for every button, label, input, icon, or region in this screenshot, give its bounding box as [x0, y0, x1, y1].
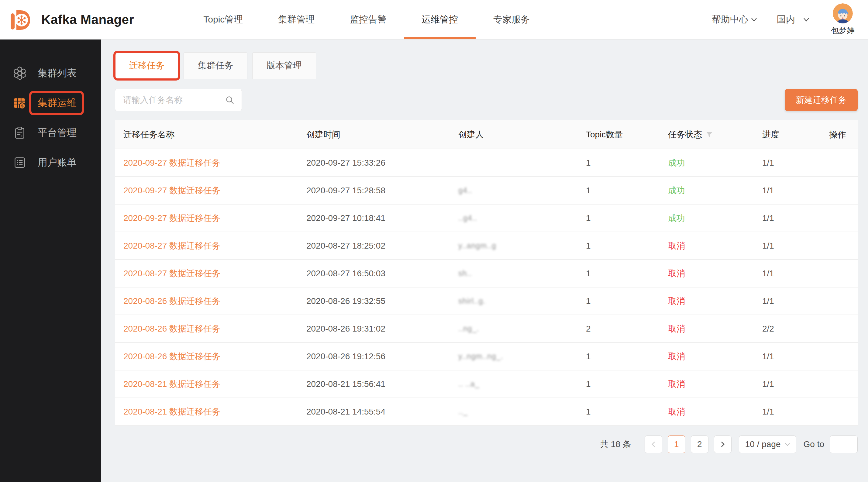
sidebar-item-cluster-list[interactable]: 集群列表 — [0, 58, 101, 88]
filter-icon[interactable] — [706, 131, 713, 138]
search-input[interactable] — [115, 89, 242, 111]
task-status: 成功 — [656, 157, 750, 169]
sidebar-item-platform[interactable]: 平台管理 — [0, 118, 101, 148]
table-row: 2020-09-27 数据迁移任务2020-09-27 15:33:261成功1… — [115, 149, 858, 177]
nav-monitor-label: 监控告警 — [350, 13, 386, 26]
created-time: 2020-08-26 19:31:02 — [294, 324, 446, 334]
user-name: 包梦婷 — [831, 25, 855, 36]
prev-page-button[interactable] — [645, 436, 662, 453]
search-icon[interactable] — [225, 95, 235, 105]
topic-count: 2 — [574, 324, 656, 334]
task-status: 取消 — [656, 406, 750, 418]
avatar[interactable] — [833, 3, 853, 23]
create-migration-task-button[interactable]: 新建迁移任务 — [785, 89, 858, 111]
task-name-link[interactable]: 2020-09-27 数据迁移任务 — [115, 185, 294, 196]
created-time: 2020-09-27 15:28:58 — [294, 186, 446, 195]
table-row: 2020-09-27 数据迁移任务2020-09-27 15:28:58g4..… — [115, 177, 858, 204]
topic-count: 1 — [574, 407, 656, 417]
creator-name: ..g4.. — [446, 214, 574, 222]
col-label: 操作 — [829, 129, 846, 140]
nav-expert-label: 专家服务 — [493, 13, 530, 26]
sidebar-item-label: 集群运维 — [38, 96, 76, 110]
col-task-status: 任务状态 — [656, 129, 750, 140]
topic-count: 1 — [574, 269, 656, 278]
created-time: 2020-08-21 15:56:41 — [294, 379, 446, 389]
clipboard-icon — [13, 126, 27, 140]
task-name-link[interactable]: 2020-08-21 数据迁移任务 — [115, 378, 294, 390]
sidebar-item-label: 集群列表 — [38, 67, 76, 80]
task-name-link[interactable]: 2020-08-26 数据迁移任务 — [115, 323, 294, 334]
active-nav-underline — [404, 37, 476, 39]
nav-cluster[interactable]: 集群管理 — [260, 0, 332, 39]
progress-value: 1/1 — [750, 158, 817, 168]
task-name-link[interactable]: 2020-08-27 数据迁移任务 — [115, 240, 294, 252]
goto-page-input[interactable] — [830, 436, 858, 453]
progress-value: 1/1 — [750, 186, 817, 195]
sidebar-item-label: 平台管理 — [38, 126, 76, 139]
created-time: 2020-08-27 18:25:02 — [294, 241, 446, 251]
task-name-link[interactable]: 2020-08-21 数据迁移任务 — [115, 406, 294, 418]
col-label: 创建人 — [458, 129, 484, 140]
nav-topic-label: Topic管理 — [203, 13, 243, 26]
created-time: 2020-08-26 19:12:56 — [294, 352, 446, 361]
help-center-label: 帮助中心 — [712, 13, 748, 26]
progress-value: 1/1 — [750, 241, 817, 251]
page-size-value: 10 / page — [745, 440, 781, 449]
task-name-link[interactable]: 2020-08-27 数据迁移任务 — [115, 268, 294, 279]
topic-count: 1 — [574, 352, 656, 361]
tab-version-management[interactable]: 版本管理 — [252, 52, 316, 79]
honeycomb-icon — [13, 66, 27, 80]
topic-count: 1 — [574, 158, 656, 168]
help-center-menu[interactable]: 帮助中心 — [712, 13, 757, 26]
progress-value: 1/1 — [750, 269, 817, 278]
nav-monitor[interactable]: 监控告警 — [332, 0, 404, 39]
svg-text:$: $ — [21, 104, 24, 108]
chevron-left-icon — [651, 441, 656, 448]
main-content: 迁移任务 集群任务 版本管理 新建迁移任务 迁移任务名称 — [101, 39, 868, 482]
col-label: 迁移任务名称 — [123, 129, 175, 140]
kafka-manager-screen: Kafka Manager Topic管理 集群管理 监控告警 运维管控 专家服… — [0, 0, 868, 482]
progress-value: 1/1 — [750, 407, 817, 417]
topic-count: 1 — [574, 241, 656, 251]
tab-migration-tasks[interactable]: 迁移任务 — [115, 52, 179, 79]
nav-ops[interactable]: 运维管控 — [404, 0, 476, 39]
nav-expert[interactable]: 专家服务 — [476, 0, 547, 39]
table-row: 2020-09-27 数据迁移任务2020-09-27 10:18:41..g4… — [115, 204, 858, 232]
table-row: 2020-08-21 数据迁移任务2020-08-21 15:56:41.. .… — [115, 371, 858, 398]
task-name-link[interactable]: 2020-08-26 数据迁移任务 — [115, 351, 294, 362]
col-task-name: 迁移任务名称 — [115, 129, 294, 140]
progress-value: 1/1 — [750, 213, 817, 223]
tab-cluster-tasks[interactable]: 集群任务 — [184, 52, 247, 79]
col-label: 创建时间 — [306, 129, 340, 140]
chevron-down-icon — [784, 442, 790, 446]
task-name-link[interactable]: 2020-09-27 数据迁移任务 — [115, 157, 294, 169]
page-2-button[interactable]: 2 — [691, 436, 708, 453]
sidebar-item-label: 用户账单 — [38, 156, 76, 169]
sidebar-item-cluster-ops[interactable]: $ 集群运维 — [0, 88, 101, 118]
tab-bar: 迁移任务 集群任务 版本管理 — [115, 52, 858, 79]
ops-table-icon: $ — [13, 96, 27, 110]
table-body: 2020-09-27 数据迁移任务2020-09-27 15:33:261成功1… — [115, 149, 858, 426]
page-1-button[interactable]: 1 — [668, 436, 685, 453]
page-size-select[interactable]: 10 / page — [739, 436, 796, 453]
table-row: 2020-08-27 数据迁移任务2020-08-27 18:25:02y..a… — [115, 232, 858, 260]
region-select[interactable]: 国内 — [777, 13, 810, 26]
task-name-link[interactable]: 2020-09-27 数据迁移任务 — [115, 213, 294, 224]
task-name-link[interactable]: 2020-08-26 数据迁移任务 — [115, 295, 294, 307]
sidebar-item-billing[interactable]: 用户账单 — [0, 148, 101, 178]
topic-count: 1 — [574, 213, 656, 223]
creator-name: y..ngm..ng_. — [446, 352, 574, 361]
tab-label: 迁移任务 — [129, 60, 164, 72]
next-page-button[interactable] — [714, 436, 732, 453]
search-box — [115, 89, 242, 111]
total-count: 共 18 条 — [600, 439, 631, 450]
nav-topic[interactable]: Topic管理 — [186, 0, 260, 39]
toolbar: 新建迁移任务 — [115, 89, 858, 111]
task-status: 取消 — [656, 323, 750, 334]
list-icon — [13, 156, 27, 169]
region-label: 国内 — [777, 13, 795, 26]
creator-name: g4.. — [446, 186, 574, 195]
sidebar: 集群列表 $ 集群运维 平台管理 — [0, 39, 101, 482]
topic-count: 1 — [574, 379, 656, 389]
table-row: 2020-08-26 数据迁移任务2020-08-26 19:12:56y..n… — [115, 343, 858, 371]
